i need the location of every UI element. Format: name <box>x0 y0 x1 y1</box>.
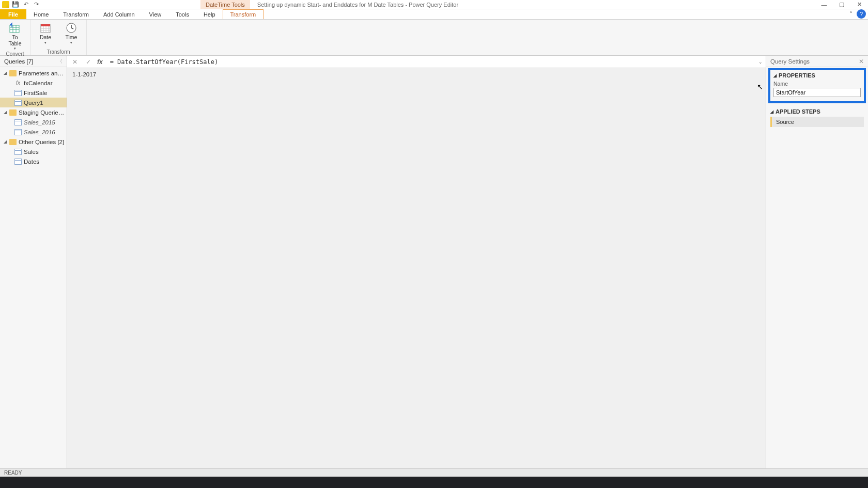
close-button[interactable]: ✕ <box>850 0 868 9</box>
commit-formula-icon[interactable]: ✓ <box>84 57 93 67</box>
properties-title: PROPERTIES <box>779 72 815 78</box>
fx-icon[interactable]: fx <box>97 58 103 66</box>
properties-section: ◢ PROPERTIES Name <box>768 68 866 103</box>
svg-rect-6 <box>41 24 50 26</box>
queries-header-label: Queries [7] <box>4 58 33 65</box>
chevron-down-icon[interactable]: ◢ <box>3 110 7 115</box>
to-table-icon <box>8 22 22 34</box>
queries-pane: Queries [7] 〈 ◢Parameters and Fu...fxfxC… <box>0 56 67 468</box>
query-label: Dates <box>24 159 39 165</box>
folder-icon <box>9 70 17 76</box>
table-icon <box>14 90 22 96</box>
group-label: Other Queries [2] <box>19 139 64 145</box>
clock-icon <box>65 22 78 34</box>
ribbon-collapse-icon[interactable]: ˄ <box>845 9 857 19</box>
name-label: Name <box>773 81 861 87</box>
query-settings-pane: Query Settings ✕ ◢ PROPERTIES Name ◢ APP… <box>766 56 868 468</box>
redo-icon[interactable]: ↷ <box>32 1 40 8</box>
chevron-down-icon: ▾ <box>14 46 16 51</box>
tab-tools[interactable]: Tools <box>168 9 196 19</box>
group-label: Staging Queries [2] <box>19 109 67 116</box>
collapse-pane-icon[interactable]: 〈 <box>57 58 63 65</box>
tab-transform[interactable]: Transform <box>56 9 96 19</box>
query-item[interactable]: Sales_2016 <box>0 127 67 137</box>
time-label: Time <box>66 35 78 41</box>
query-label: Query1 <box>24 100 43 106</box>
tab-home[interactable]: Home <box>26 9 56 19</box>
tab-help[interactable]: Help <box>196 9 223 19</box>
status-text: READY <box>4 470 22 476</box>
app-icon <box>2 1 9 8</box>
tab-add-column[interactable]: Add Column <box>96 9 142 19</box>
chevron-down-icon[interactable]: ◢ <box>770 109 773 114</box>
close-settings-icon[interactable]: ✕ <box>859 58 864 65</box>
query-label: FirstSale <box>24 90 47 96</box>
query-item[interactable]: Sales_2015 <box>0 117 67 127</box>
chevron-down-icon[interactable]: ◢ <box>3 71 7 75</box>
to-table-label: To Table <box>8 35 21 46</box>
chevron-down-icon[interactable]: ◢ <box>3 139 7 144</box>
table-icon <box>14 129 22 135</box>
minimize-button[interactable]: — <box>815 0 833 9</box>
applied-steps-title: APPLIED STEPS <box>776 108 820 115</box>
window-title: Setting up dynamic Start- and Enddates f… <box>257 2 458 8</box>
contextual-tab-label: DateTime Tools <box>200 0 250 9</box>
query-label: Sales_2016 <box>24 129 55 135</box>
query-item[interactable]: Query1 <box>0 98 67 107</box>
maximize-button[interactable]: ▢ <box>833 0 850 9</box>
query-item[interactable]: fxfxCalendar <box>0 78 67 88</box>
applied-step[interactable]: Source <box>770 117 864 127</box>
query-label: fxCalendar <box>24 80 53 86</box>
folder-icon <box>9 139 17 145</box>
svg-rect-0 <box>10 25 19 33</box>
group-transform-label: Transform <box>35 49 82 55</box>
formula-input[interactable] <box>107 58 754 66</box>
chevron-down-icon[interactable]: ◢ <box>773 73 777 78</box>
undo-icon[interactable]: ↶ <box>22 1 30 8</box>
table-icon <box>14 100 22 106</box>
date-button[interactable]: Date ▾ <box>35 21 56 45</box>
tab-context-transform[interactable]: Transform <box>223 9 264 19</box>
query-item[interactable]: Dates <box>0 156 67 166</box>
help-icon[interactable]: ? <box>857 9 866 19</box>
table-icon <box>14 159 22 165</box>
table-icon <box>14 149 22 155</box>
folder-icon <box>9 109 17 116</box>
taskbar <box>0 477 868 488</box>
query-name-input[interactable] <box>773 88 861 97</box>
to-table-button[interactable]: To Table ▾ <box>4 21 26 51</box>
chevron-down-icon: ▾ <box>44 41 47 45</box>
preview-value: 1-1-2017 <box>67 68 766 468</box>
query-item[interactable]: FirstSale <box>0 88 67 98</box>
cancel-formula-icon[interactable]: ✕ <box>70 57 80 67</box>
query-label: Sales_2015 <box>24 119 55 125</box>
query-item[interactable]: Sales <box>0 147 67 156</box>
settings-header-label: Query Settings <box>770 58 810 65</box>
date-label: Date <box>40 35 51 41</box>
time-button[interactable]: Time ▾ <box>60 21 82 45</box>
query-group[interactable]: ◢Staging Queries [2] <box>0 107 67 117</box>
query-group[interactable]: ◢Other Queries [2] <box>0 137 67 147</box>
expand-formula-icon[interactable]: ⌄ <box>758 59 763 65</box>
calendar-icon <box>39 22 52 34</box>
fx-icon: fx <box>14 80 22 86</box>
tab-file[interactable]: File <box>0 9 26 19</box>
query-label: Sales <box>24 149 39 155</box>
query-group[interactable]: ◢Parameters and Fu... <box>0 68 67 78</box>
table-icon <box>14 119 22 125</box>
save-icon[interactable]: 💾 <box>11 1 20 8</box>
chevron-down-icon: ▾ <box>70 41 72 45</box>
tab-view[interactable]: View <box>142 9 169 19</box>
group-label: Parameters and Fu... <box>19 70 67 76</box>
